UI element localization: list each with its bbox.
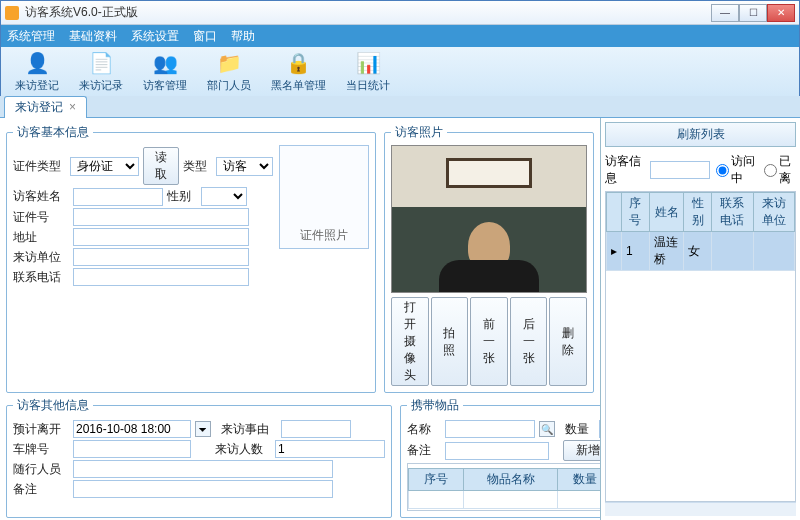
datetime-picker-icon[interactable]: ⏷ <box>195 421 211 437</box>
menu-system[interactable]: 系统管理 <box>7 28 55 45</box>
list-icon: 📄 <box>88 50 114 76</box>
tb-today-stats[interactable]: 📊当日统计 <box>342 48 394 95</box>
items-table-wrap[interactable]: 序号物品名称数量备注 <box>407 463 600 511</box>
tab-close-icon[interactable]: × <box>69 100 76 114</box>
item-lookup-icon[interactable]: 🔍 <box>539 421 555 437</box>
id-type-select[interactable]: 身份证 <box>70 157 139 176</box>
right-pane: 刷新列表 访客信息 访问中 已离 序号 姓名 性别 联系电话 来访单位 <box>600 118 800 520</box>
id-number-input[interactable] <box>73 208 249 226</box>
item-add-button[interactable]: 新增 <box>563 440 600 461</box>
visitor-name-input[interactable] <box>73 188 163 206</box>
lock-icon: 🔒 <box>286 50 312 76</box>
menu-settings[interactable]: 系统设置 <box>131 28 179 45</box>
visitor-count-input[interactable] <box>275 440 385 458</box>
minimize-button[interactable]: — <box>711 4 739 22</box>
next-photo-button[interactable]: 后一张 <box>510 297 548 386</box>
window-title: 访客系统V6.0-正式版 <box>25 4 711 21</box>
prev-photo-button[interactable]: 前一张 <box>470 297 508 386</box>
items-table: 序号物品名称数量备注 <box>408 468 600 509</box>
tab-strip: 来访登记× <box>0 96 800 118</box>
visitor-search-input[interactable] <box>650 161 710 179</box>
menu-bar: 系统管理 基础资料 系统设置 窗口 帮助 <box>1 25 799 47</box>
visitor-unit-input[interactable] <box>73 248 249 266</box>
table-row[interactable]: ▸ 1 温连桥 女 <box>607 232 795 271</box>
visitor-grid: 序号 姓名 性别 联系电话 来访单位 ▸ 1 温连桥 女 <box>606 192 795 271</box>
menu-window[interactable]: 窗口 <box>193 28 217 45</box>
maximize-button[interactable]: ☐ <box>739 4 767 22</box>
visitor-photo-group: 访客照片 打开摄像头 拍照 前一张 后一张 删除 <box>384 124 594 393</box>
id-photo-box: 证件照片 <box>279 145 369 249</box>
companions-input[interactable] <box>73 460 333 478</box>
toolbar: 👤来访登记 📄来访记录 👥访客管理 📁部门人员 🔒黑名单管理 📊当日统计 <box>1 47 799 97</box>
refresh-list-button[interactable]: 刷新列表 <box>605 122 796 147</box>
camera-preview <box>391 145 587 293</box>
item-name-input[interactable] <box>445 420 535 438</box>
tb-blacklist[interactable]: 🔒黑名单管理 <box>267 48 330 95</box>
open-camera-button[interactable]: 打开摄像头 <box>391 297 429 386</box>
visit-reason-input[interactable] <box>281 420 351 438</box>
user-icon: 👤 <box>24 50 50 76</box>
delete-photo-button[interactable]: 删除 <box>549 297 587 386</box>
visitor-category-select[interactable]: 访客 <box>216 157 273 176</box>
plate-input[interactable] <box>73 440 191 458</box>
gender-select[interactable] <box>201 187 247 206</box>
phone-input[interactable] <box>73 268 249 286</box>
read-card-button[interactable]: 读取 <box>143 147 180 185</box>
visitor-other-group: 访客其他信息 预计离开⏷来访事由 车牌号来访人数 随行人员 备注 <box>6 397 392 518</box>
close-button[interactable]: ✕ <box>767 4 795 22</box>
visitor-basic-group: 访客基本信息 证件类型 身份证 读取 类型 访客 访客姓名性别 证件号 <box>6 124 376 393</box>
other-note-input[interactable] <box>73 480 333 498</box>
menu-help[interactable]: 帮助 <box>231 28 255 45</box>
users-icon: 👥 <box>152 50 178 76</box>
tb-visit-register[interactable]: 👤来访登记 <box>11 48 63 95</box>
snap-button[interactable]: 拍照 <box>431 297 469 386</box>
expected-leave-input[interactable] <box>73 420 191 438</box>
carry-items-group: 携带物品 名称🔍数量 备注新增删除 序号物品名称数量备注 <box>400 397 600 518</box>
folder-icon: 📁 <box>216 50 242 76</box>
filter-visiting[interactable]: 访问中 <box>716 153 758 187</box>
tb-visitor-manage[interactable]: 👥访客管理 <box>139 48 191 95</box>
visitor-info-label: 访客信息 <box>605 153 644 187</box>
filter-left[interactable]: 已离 <box>764 153 796 187</box>
app-icon <box>5 6 19 20</box>
tab-visit-register[interactable]: 来访登记× <box>4 96 87 118</box>
visitor-grid-wrap[interactable]: 序号 姓名 性别 联系电话 来访单位 ▸ 1 温连桥 女 <box>605 191 796 502</box>
grid-scrollbar[interactable] <box>605 502 796 516</box>
address-input[interactable] <box>73 228 249 246</box>
title-bar: 访客系统V6.0-正式版 — ☐ ✕ <box>1 1 799 25</box>
tb-dept-staff[interactable]: 📁部门人员 <box>203 48 255 95</box>
table-row[interactable] <box>409 491 601 509</box>
item-note-input[interactable] <box>445 442 549 460</box>
menu-basedata[interactable]: 基础资料 <box>69 28 117 45</box>
chart-icon: 📊 <box>355 50 381 76</box>
tb-visit-records[interactable]: 📄来访记录 <box>75 48 127 95</box>
